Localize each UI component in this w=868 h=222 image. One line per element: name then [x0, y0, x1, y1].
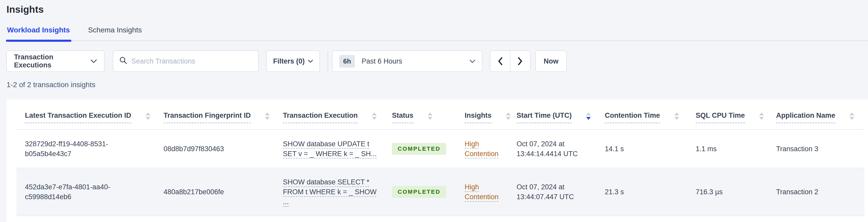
sort-desc-icon[interactable] — [586, 113, 591, 120]
time-range-picker[interactable]: 6h Past 6 Hours — [332, 51, 482, 72]
insights-table: Latest Transaction Execution ID Transact… — [17, 100, 864, 216]
chevron-down-icon — [470, 60, 475, 63]
filters-label: Filters (0) — [273, 57, 305, 65]
column-header-application-name[interactable]: Application Name — [776, 112, 864, 129]
column-header-transaction-fingerprint-id[interactable]: Transaction Fingerprint ID — [163, 112, 283, 129]
execution-id: 328729d2-ff19-4408-8531-b05a5b4e43c7 — [25, 139, 136, 159]
start-time: Oct 07, 2024 at 13:44:07.447 UTC — [517, 182, 594, 202]
time-range-label: Past 6 Hours — [362, 57, 402, 65]
column-header-transaction-execution[interactable]: Transaction Execution — [283, 112, 392, 129]
execution-type-label: Transaction Executions — [14, 53, 91, 69]
application-name: Transaction 3 — [776, 145, 818, 153]
next-range-button[interactable] — [510, 51, 530, 72]
application-name: Transaction 2 — [776, 188, 818, 196]
chevron-right-icon — [518, 57, 523, 65]
chevron-left-icon — [498, 57, 502, 65]
previous-range-button[interactable] — [490, 51, 510, 72]
table-row: 452da3e7-e7fa-4801-aa40-c59988d14eb6 480… — [17, 168, 864, 216]
results-summary: 1-2 of 2 transaction insights — [6, 81, 868, 89]
sort-icon[interactable] — [146, 113, 150, 120]
page-title: Insights — [6, 4, 868, 15]
sort-icon[interactable] — [372, 113, 377, 120]
column-header-status[interactable]: Status — [392, 112, 465, 129]
chevron-down-icon — [91, 59, 97, 63]
column-header-latest-transaction-execution-id[interactable]: Latest Transaction Execution ID — [17, 112, 163, 129]
contention-time: 21.3 s — [605, 188, 624, 196]
table-row: 328729d2-ff19-4408-8531-b05a5b4e43c7 08d… — [17, 130, 864, 168]
column-header-start-time[interactable]: Start Time (UTC) — [517, 112, 605, 129]
sql-cpu-time: 1.1 ms — [695, 145, 717, 153]
sort-icon[interactable] — [849, 113, 854, 120]
status-badge: COMPLETED — [392, 186, 446, 198]
transaction-execution-link[interactable]: SHOW database SELECT * FROM t WHERE k = … — [283, 177, 378, 207]
tab-workload-insights[interactable]: Workload Insights — [6, 26, 70, 40]
time-pager — [490, 51, 530, 72]
column-header-sql-cpu-time[interactable]: SQL CPU Time — [695, 112, 776, 129]
start-time: Oct 07, 2024 at 13:44:14.4414 UTC — [517, 139, 594, 159]
time-range-badge: 6h — [339, 55, 355, 68]
table-header-row: Latest Transaction Execution ID Transact… — [17, 100, 864, 130]
status-badge: COMPLETED — [392, 143, 446, 155]
contention-time: 14.1 s — [605, 145, 624, 153]
sort-icon[interactable] — [674, 113, 679, 120]
column-header-insights[interactable]: Insights — [465, 112, 517, 129]
toolbar-divider — [328, 51, 328, 72]
now-button[interactable]: Now — [535, 51, 567, 72]
insight-link[interactable]: High Contention — [465, 182, 503, 202]
tab-bar: Workload Insights Schema Insights — [6, 26, 868, 41]
search-container — [113, 51, 258, 72]
transaction-execution-link[interactable]: SHOW database UPDATE t SET v = _ WHERE k… — [283, 139, 378, 159]
toolbar: Transaction Executions Filters (0) 6h Pa… — [6, 50, 868, 72]
sort-icon[interactable] — [759, 113, 764, 120]
sort-icon[interactable] — [428, 113, 432, 120]
filters-dropdown[interactable]: Filters (0) — [266, 51, 320, 72]
fingerprint-id: 08d8b7d97f830463 — [163, 145, 224, 153]
fingerprint-id: 480a8b217be006fe — [163, 188, 224, 196]
sort-icon[interactable] — [265, 113, 270, 120]
tab-schema-insights[interactable]: Schema Insights — [88, 26, 142, 40]
execution-type-dropdown[interactable]: Transaction Executions — [6, 51, 104, 72]
search-input[interactable] — [131, 54, 252, 69]
insights-table-card: Latest Transaction Execution ID Transact… — [6, 100, 868, 222]
sort-icon[interactable] — [506, 113, 510, 120]
sql-cpu-time: 716.3 µs — [695, 188, 723, 196]
column-header-contention-time[interactable]: Contention Time — [605, 112, 695, 129]
execution-id: 452da3e7-e7fa-4801-aa40-c59988d14eb6 — [25, 182, 136, 202]
search-icon — [119, 57, 127, 66]
insight-link[interactable]: High Contention — [465, 139, 503, 159]
chevron-down-icon — [308, 60, 313, 63]
